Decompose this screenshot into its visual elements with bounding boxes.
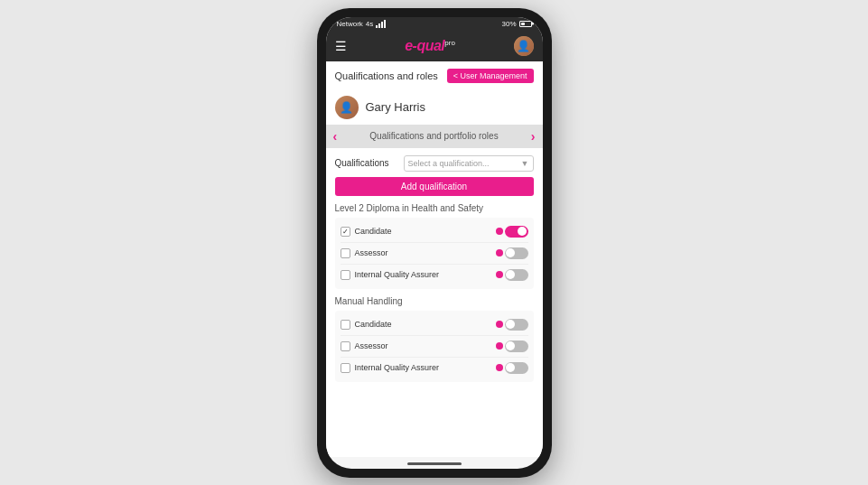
- form-section: Qualifications Select a qualification...…: [326, 150, 543, 395]
- tab-prev-arrow[interactable]: ‹: [333, 129, 338, 144]
- role-toggle-wrap-1-1: [496, 340, 528, 352]
- toggle-dot-icon: [496, 228, 503, 235]
- role-toggle-1-1[interactable]: [505, 340, 528, 352]
- role-left: Candidate: [341, 320, 392, 330]
- user-name: Gary Harris: [366, 100, 425, 114]
- signal-label: 4s: [366, 20, 373, 28]
- phone-screen: Network 4s 30% ☰ e-qualpro: [326, 17, 543, 469]
- tab-next-arrow[interactable]: ›: [531, 129, 536, 144]
- logo-pro: pro: [444, 38, 455, 46]
- role-checkbox-1-2[interactable]: [341, 363, 350, 373]
- tab-current-label: Qualifications and portfolio roles: [369, 131, 498, 141]
- status-right: 30%: [501, 20, 531, 28]
- role-name-0-1: Assessor: [355, 248, 388, 257]
- role-name-1-1: Assessor: [355, 341, 388, 350]
- hamburger-icon[interactable]: ☰: [335, 39, 347, 53]
- qualification-select-row: Qualifications Select a qualification...…: [335, 155, 534, 172]
- add-qualification-button[interactable]: Add qualification: [335, 177, 534, 196]
- qualification-placeholder: Select a qualification...: [408, 159, 490, 168]
- page-content: Qualifications and roles < User Manageme…: [326, 61, 543, 457]
- user-avatar-header[interactable]: [514, 36, 534, 56]
- role-row: Assessor: [341, 243, 528, 265]
- qual-group-title-0: Level 2 Diploma in Health and Safety: [335, 203, 534, 213]
- app-header: ☰ e-qualpro: [326, 31, 543, 61]
- battery-icon: [519, 21, 532, 27]
- logo: e-qualpro: [405, 38, 455, 54]
- qual-group-content-1: Candidate: [335, 311, 534, 382]
- network-label: Network: [337, 20, 363, 28]
- role-name-0-0: Candidate: [355, 227, 392, 236]
- page-title: Qualifications and roles: [335, 70, 438, 81]
- phone-frame: Network 4s 30% ☰ e-qualpro: [317, 8, 552, 478]
- role-checkbox-1-0[interactable]: [341, 320, 350, 330]
- role-name-0-2: Internal Quality Assurer: [355, 270, 440, 279]
- role-toggle-1-0[interactable]: [505, 319, 528, 331]
- role-name-1-0: Candidate: [355, 320, 392, 329]
- dropdown-arrow-icon: ▼: [521, 159, 529, 168]
- role-checkbox-0-0[interactable]: [341, 227, 350, 237]
- role-checkbox-0-1[interactable]: [341, 248, 350, 258]
- logo-text: e-qual: [405, 38, 444, 53]
- role-left: Candidate: [341, 227, 392, 237]
- qual-group-content-0: Candidate: [335, 218, 534, 289]
- qualification-dropdown[interactable]: Select a qualification... ▼: [404, 155, 534, 172]
- page-header: Qualifications and roles < User Manageme…: [326, 61, 543, 90]
- user-management-button[interactable]: < User Management: [447, 69, 534, 83]
- role-checkbox-1-1[interactable]: [341, 341, 350, 351]
- signal-icon: [376, 20, 386, 28]
- home-indicator: [407, 462, 462, 465]
- toggle-dot-icon: [496, 271, 503, 278]
- role-toggle-wrap-0-0: [496, 226, 528, 238]
- qualification-group-1: Manual Handling Candidate: [335, 296, 534, 382]
- qual-group-title-1: Manual Handling: [335, 296, 534, 306]
- role-checkbox-0-2[interactable]: [341, 270, 350, 280]
- role-toggle-0-0[interactable]: [505, 226, 528, 238]
- status-left: Network 4s: [337, 20, 387, 28]
- qualifications-label: Qualifications: [335, 158, 398, 168]
- role-name-1-2: Internal Quality Assurer: [355, 363, 440, 372]
- role-left: Internal Quality Assurer: [341, 363, 440, 373]
- user-avatar: 👤: [335, 96, 359, 119]
- toggle-dot-icon: [496, 321, 503, 328]
- role-row: Assessor: [341, 336, 528, 358]
- role-row: Candidate: [341, 314, 528, 336]
- role-toggle-wrap-0-1: [496, 247, 528, 259]
- role-left: Internal Quality Assurer: [341, 270, 440, 280]
- status-bar: Network 4s 30%: [326, 17, 543, 31]
- role-toggle-1-2[interactable]: [505, 362, 528, 374]
- role-row: Internal Quality Assurer: [341, 358, 528, 378]
- tab-navigation: ‹ Qualifications and portfolio roles ›: [326, 125, 543, 148]
- toggle-dot-icon: [496, 364, 503, 371]
- role-row: Candidate: [341, 221, 528, 243]
- role-toggle-wrap-1-0: [496, 319, 528, 331]
- role-toggle-0-2[interactable]: [505, 269, 528, 281]
- role-toggle-0-1[interactable]: [505, 247, 528, 259]
- role-row: Internal Quality Assurer: [341, 265, 528, 285]
- role-toggle-wrap-0-2: [496, 269, 528, 281]
- toggle-dot-icon: [496, 342, 503, 350]
- battery-label: 30%: [501, 20, 516, 28]
- qualification-groups: Level 2 Diploma in Health and Safety Can…: [335, 203, 534, 382]
- role-left: Assessor: [341, 341, 388, 351]
- role-toggle-wrap-1-2: [496, 362, 528, 374]
- toggle-dot-icon: [496, 249, 503, 256]
- role-left: Assessor: [341, 248, 388, 258]
- user-row: 👤 Gary Harris: [326, 90, 543, 125]
- qualification-group-0: Level 2 Diploma in Health and Safety Can…: [335, 203, 534, 289]
